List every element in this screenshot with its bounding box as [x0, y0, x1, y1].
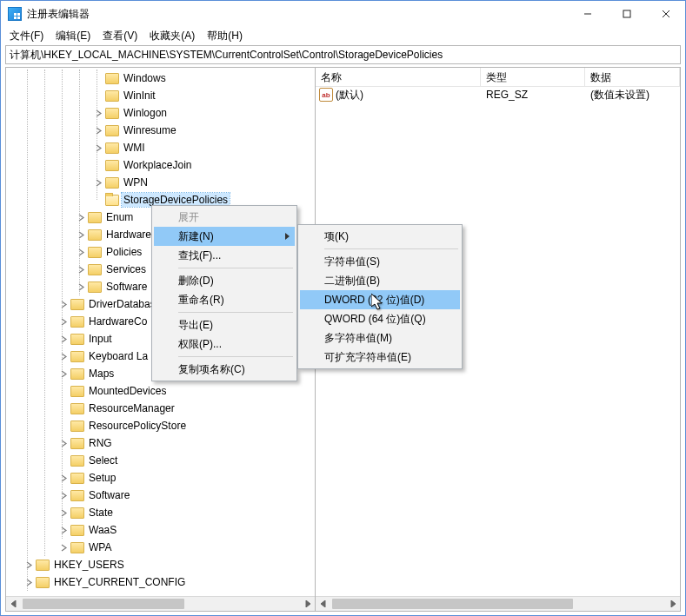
tree-toggle-icon[interactable] [58, 299, 69, 309]
tree-item-setup[interactable]: Setup [6, 469, 315, 487]
tree-item-mounteddevices[interactable]: MountedDevices [6, 382, 315, 400]
tree-item-wininit[interactable]: WinInit [6, 87, 315, 104]
tree-item-software2[interactable]: Software [6, 487, 315, 504]
scroll-thumb[interactable] [23, 599, 184, 609]
tree-item-label: Services [104, 262, 148, 276]
tree-item-wpa[interactable]: WPA [6, 539, 315, 556]
tree-item-label: ResourcePolicyStore [87, 419, 188, 433]
tree-toggle-icon[interactable] [58, 473, 69, 483]
tree-toggle-icon[interactable] [58, 438, 69, 448]
close-button[interactable] [646, 1, 685, 27]
folder-icon [70, 438, 84, 449]
ctx-new-expandstring[interactable]: 可扩充字符串值(E) [300, 348, 460, 367]
scroll-right-button[interactable] [300, 597, 315, 611]
column-type[interactable]: 类型 [481, 68, 585, 86]
tree-item-resourcepolicystore[interactable]: ResourcePolicyStore [6, 417, 315, 434]
column-name[interactable]: 名称 [316, 68, 481, 86]
ctx-new-binary[interactable]: 二进制值(B) [300, 271, 460, 290]
tree-toggle-icon[interactable] [58, 351, 69, 361]
menu-file[interactable]: 文件(F) [4, 28, 49, 44]
folder-icon [105, 125, 119, 136]
ctx-delete[interactable]: 删除(D) [154, 271, 295, 290]
ctx-new-string[interactable]: 字符串值(S) [300, 252, 460, 271]
svg-marker-7 [671, 600, 676, 607]
tree-item-rng[interactable]: RNG [6, 434, 315, 452]
tree-item-label: WinInit [122, 89, 157, 103]
tree-toggle-icon[interactable] [93, 125, 103, 136]
tree-item-label: Windows [122, 71, 168, 85]
column-data[interactable]: 数据 [585, 68, 680, 86]
tree-toggle-icon[interactable] [23, 577, 34, 587]
folder-icon [88, 212, 102, 223]
tree-horizontal-scrollbar[interactable] [6, 596, 315, 611]
tree-item-state[interactable]: State [6, 504, 315, 521]
tree-item-workplacejoin[interactable]: WorkplaceJoin [6, 156, 315, 174]
svg-marker-6 [321, 600, 325, 607]
tree-toggle-icon[interactable] [58, 542, 69, 553]
tree-item-hkey_users[interactable]: HKEY_USERS [6, 556, 315, 573]
scroll-thumb[interactable] [332, 599, 573, 609]
values-horizontal-scrollbar[interactable] [316, 596, 680, 611]
tree-item-winresume[interactable]: Winresume [6, 122, 315, 139]
ctx-expand[interactable]: 展开 [154, 208, 295, 227]
value-row-default[interactable]: ab (默认) REG_SZ (数值未设置) [316, 87, 680, 103]
tree-toggle-icon[interactable] [23, 560, 34, 570]
ctx-new-dword[interactable]: DWORD (32 位)值(D) [300, 290, 460, 309]
tree-item-winlogon[interactable]: Winlogon [6, 104, 315, 122]
ctx-new-multistring[interactable]: 多字符串值(M) [300, 328, 460, 348]
tree-toggle-icon[interactable] [58, 334, 69, 344]
tree-item-windows[interactable]: Windows [6, 70, 315, 87]
separator [178, 312, 293, 313]
ctx-new-key[interactable]: 项(K) [300, 227, 460, 246]
folder-icon [88, 282, 102, 293]
address-bar[interactable]: 计算机\HKEY_LOCAL_MACHINE\SYSTEM\CurrentCon… [5, 45, 681, 64]
tree-toggle-icon[interactable] [76, 247, 86, 257]
ctx-export[interactable]: 导出(E) [154, 315, 295, 334]
folder-icon [70, 316, 84, 328]
folder-icon [88, 247, 102, 258]
tree-toggle-icon[interactable] [58, 507, 69, 518]
tree-toggle-icon[interactable] [76, 212, 86, 222]
tree-toggle-icon[interactable] [58, 368, 69, 379]
scroll-left-button[interactable] [316, 597, 330, 611]
tree-toggle-icon[interactable] [76, 264, 86, 275]
tree-item-label: RNG [87, 436, 114, 450]
tree-toggle-icon[interactable] [58, 490, 69, 500]
scroll-left-button[interactable] [6, 597, 21, 611]
string-value-icon: ab [319, 88, 333, 102]
tree-toggle-icon[interactable] [93, 142, 103, 153]
folder-icon [70, 421, 84, 432]
ctx-new[interactable]: 新建(N) [154, 227, 295, 246]
folder-icon [105, 73, 119, 84]
tree-toggle-icon[interactable] [58, 316, 69, 327]
menu-favorites[interactable]: 收藏夹(A) [144, 28, 200, 44]
tree-item-hkey_current_config[interactable]: HKEY_CURRENT_CONFIG [6, 573, 315, 591]
maximize-button[interactable] [607, 1, 646, 27]
scroll-track[interactable] [330, 597, 665, 611]
folder-icon [70, 507, 84, 519]
tree-item-resourcemanager[interactable]: ResourceManager [6, 400, 315, 417]
tree-toggle-icon[interactable] [93, 177, 103, 188]
menu-edit[interactable]: 编辑(E) [50, 28, 96, 44]
tree-toggle-icon[interactable] [58, 525, 69, 535]
tree-toggle-icon[interactable] [93, 108, 103, 118]
tree-item-wpn[interactable]: WPN [6, 174, 315, 191]
tree-item-wmi[interactable]: WMI [6, 139, 315, 156]
separator [324, 248, 458, 249]
tree-item-select[interactable]: Select [6, 452, 315, 469]
tree-item-label: WPN [122, 176, 150, 189]
scroll-track[interactable] [21, 597, 300, 611]
tree-item-waas[interactable]: WaaS [6, 521, 315, 539]
ctx-copy-key-name[interactable]: 复制项名称(C) [154, 360, 295, 379]
ctx-find[interactable]: 查找(F)... [154, 246, 295, 265]
tree-toggle-icon[interactable] [76, 282, 86, 292]
ctx-permissions[interactable]: 权限(P)... [154, 334, 295, 354]
scroll-right-button[interactable] [665, 597, 680, 611]
menu-view[interactable]: 查看(V) [97, 28, 143, 44]
tree-toggle-icon[interactable] [76, 229, 86, 240]
minimize-button[interactable] [568, 1, 607, 27]
ctx-rename[interactable]: 重命名(R) [154, 290, 295, 309]
menu-help[interactable]: 帮助(H) [202, 28, 248, 44]
context-menu: 展开 新建(N) 查找(F)... 删除(D) 重命名(R) 导出(E) 权限(… [151, 205, 297, 381]
ctx-new-qword[interactable]: QWORD (64 位)值(Q) [300, 309, 460, 328]
